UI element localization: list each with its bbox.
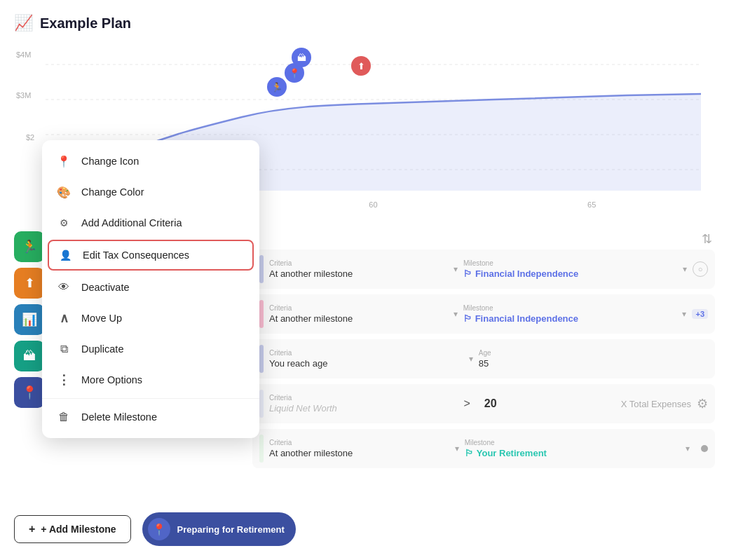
sidebar-milestone-1[interactable]: 🏃 — [14, 231, 45, 262]
menu-item-edit-tax[interactable]: 👤 Edit Tax Consequences — [48, 240, 254, 271]
y-label-4m: $4M — [16, 50, 31, 59]
preparing-label: Preparing for Retirement — [177, 524, 285, 535]
criteria-dropdown-5[interactable]: ▾ — [455, 444, 459, 453]
location-pin-icon: 📍 — [56, 153, 71, 169]
criteria-row-3: Criteria You reach age ▾ Age 85 — [252, 339, 715, 378]
sidebar-milestone-3[interactable]: 📊 — [14, 304, 45, 335]
tax-icon: 👤 — [57, 247, 73, 263]
criteria-icon: ⚙ — [56, 215, 71, 231]
criteria-field-3: Criteria You reach age — [269, 349, 461, 369]
milestone-dropdown-5[interactable]: ▾ — [686, 444, 690, 453]
context-menu: 📍 Change Icon 🎨 Change Color ⚙ Add Addit… — [42, 140, 259, 438]
flag-icon-5: 🏳 — [465, 448, 474, 458]
settings-gear-icon[interactable]: ⚙ — [697, 396, 708, 411]
color-bar-4 — [259, 390, 264, 418]
age-value-3: 85 — [479, 358, 708, 369]
operator-extra-4: X Total Expenses — [507, 399, 691, 409]
menu-item-move-up[interactable]: ∧ Move Up — [42, 303, 259, 334]
milestone-label-2: Milestone — [463, 304, 674, 312]
menu-label-duplicate: Duplicate — [81, 343, 123, 355]
x-label-65: 65 — [587, 200, 596, 209]
criteria-value-3: You reach age — [269, 358, 461, 369]
trash-icon: 🗑 — [56, 409, 71, 425]
milestone-value-5: 🏳 Your Retirement — [465, 448, 677, 458]
menu-label-delete-milestone: Delete Milestone — [81, 411, 157, 423]
svg-text:📍: 📍 — [289, 67, 301, 79]
svg-text:🏔: 🏔 — [297, 53, 306, 63]
menu-item-delete-milestone[interactable]: 🗑 Delete Milestone — [42, 402, 259, 432]
row-action-1[interactable]: ○ — [693, 261, 708, 277]
criteria-dropdown-2[interactable]: ▾ — [454, 309, 458, 319]
milestone-value-2: 🏳 Financial Independence — [463, 313, 674, 324]
color-bar-3 — [259, 345, 264, 373]
menu-label-move-up: Move Up — [81, 313, 122, 324]
criteria-label-2: Criteria — [269, 304, 445, 312]
criteria-label-4: Criteria — [269, 394, 454, 402]
menu-item-change-color[interactable]: 🎨 Change Color — [42, 177, 259, 207]
page-title: Example Plan — [40, 15, 131, 32]
criteria-label-3: Criteria — [269, 349, 461, 357]
add-milestone-button[interactable]: + + Add Milestone — [14, 515, 131, 543]
page-header: 📈 Example Plan — [14, 14, 715, 32]
y-label-3m: $3M — [16, 91, 31, 100]
preparing-icon: 📍 — [148, 518, 170, 540]
menu-item-duplicate[interactable]: ⧉ Duplicate — [42, 334, 259, 364]
dot-indicator-5 — [701, 445, 708, 452]
svg-text:🏃: 🏃 — [271, 81, 283, 93]
dots-icon: ⋮ — [56, 372, 71, 388]
criteria-section: ⇅ Criteria At another milestone ▾ Milest… — [252, 231, 715, 474]
flag-icon-1: 🏳 — [463, 268, 472, 279]
sort-icon[interactable]: ⇅ — [702, 231, 712, 247]
criteria-value-2: At another milestone — [269, 313, 445, 324]
operator-gt: > — [459, 397, 474, 410]
add-milestone-label: + Add Milestone — [41, 524, 116, 535]
criteria-label-1: Criteria — [269, 259, 445, 267]
menu-label-more-options: More Options — [81, 374, 142, 385]
criteria-row-1: Criteria At another milestone ▾ Mileston… — [252, 250, 715, 289]
criteria-row-4: Criteria Liquid Net Worth > 20 X Total E… — [252, 384, 715, 423]
criteria-row-5: Criteria At another milestone ▾ Mileston… — [252, 429, 715, 468]
milestone-label-5: Milestone — [465, 439, 677, 446]
bottom-bar: + + Add Milestone 📍 Preparing for Retire… — [14, 512, 715, 546]
criteria-value-4: Liquid Net Worth — [269, 403, 454, 414]
preparing-pill[interactable]: 📍 Preparing for Retirement — [142, 512, 296, 546]
criteria-field-1: Criteria At another milestone — [269, 259, 445, 279]
palette-icon: 🎨 — [56, 184, 71, 200]
criteria-value-1: At another milestone — [269, 268, 445, 279]
flag-icon-2: 🏳 — [463, 313, 472, 324]
color-bar-1 — [259, 255, 264, 283]
badge-plus3: +3 — [692, 309, 708, 319]
eye-icon: 👁 — [56, 280, 71, 295]
milestone-dropdown-2[interactable]: ▾ — [682, 309, 686, 319]
criteria-field-5: Criteria At another milestone — [269, 439, 447, 458]
milestone-field-5: Milestone 🏳 Your Retirement — [465, 439, 677, 458]
criteria-field-4: Criteria Liquid Net Worth — [269, 394, 454, 414]
color-bar-5 — [259, 435, 264, 463]
menu-item-add-criteria[interactable]: ⚙ Add Additional Criteria — [42, 207, 259, 238]
menu-divider — [42, 398, 259, 399]
menu-item-deactivate[interactable]: 👁 Deactivate — [42, 272, 259, 303]
milestone-dropdown-1[interactable]: ▾ — [683, 264, 687, 274]
criteria-dropdown-1[interactable]: ▾ — [454, 264, 458, 274]
chart-icon: 📈 — [14, 14, 33, 32]
criteria-row-2: Criteria At another milestone ▾ Mileston… — [252, 294, 715, 334]
age-field-3: Age 85 — [479, 349, 708, 369]
age-label-3: Age — [479, 349, 708, 357]
menu-label-add-criteria: Add Additional Criteria — [81, 217, 182, 228]
y-label-2m: $2 — [26, 133, 34, 142]
menu-item-more-options[interactable]: ⋮ More Options — [42, 364, 259, 395]
sidebar-milestone-2[interactable]: ⬆ — [14, 268, 45, 299]
criteria-dropdown-3[interactable]: ▾ — [469, 354, 473, 364]
menu-label-deactivate: Deactivate — [81, 282, 130, 293]
left-sidebar: 🏃 ⬆ 📊 🏔 📍 — [14, 231, 45, 408]
menu-label-change-color: Change Color — [81, 186, 144, 198]
menu-item-change-icon[interactable]: 📍 Change Icon — [42, 146, 259, 177]
sidebar-milestone-5[interactable]: 📍 — [14, 377, 45, 408]
sidebar-milestone-4[interactable]: 🏔 — [14, 341, 45, 371]
color-bar-2 — [259, 300, 264, 328]
menu-label-edit-tax: Edit Tax Consequences — [83, 250, 189, 261]
menu-label-change-icon: Change Icon — [81, 156, 139, 167]
milestone-label-1: Milestone — [463, 259, 674, 267]
milestone-field-2: Milestone 🏳 Financial Independence — [463, 304, 674, 324]
milestone-value-1: 🏳 Financial Independence — [463, 268, 674, 279]
